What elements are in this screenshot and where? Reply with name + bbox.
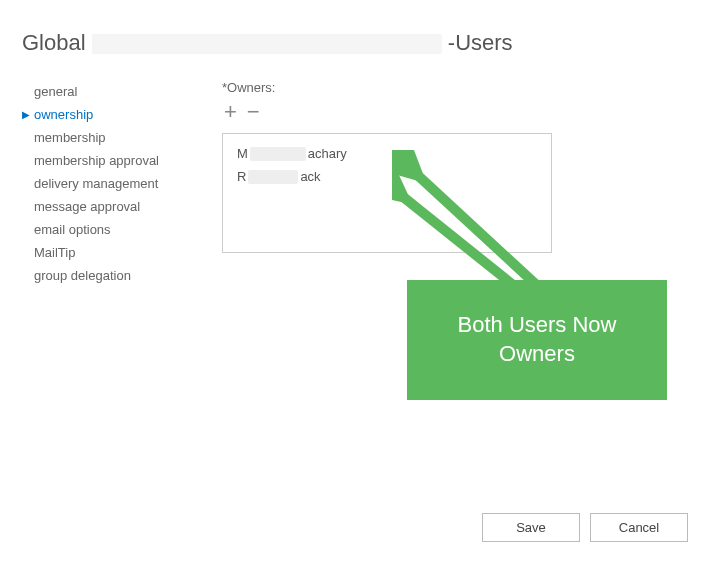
owner-name-suffix: achary [308,146,347,161]
owner-name-prefix: R [237,169,246,184]
title-suffix: -Users [448,30,513,55]
caret-right-icon: ▶ [22,109,34,120]
owner-name-redacted [250,147,306,161]
sidebar-item-email-options[interactable]: email options [22,218,202,241]
sidebar-item-general[interactable]: general [22,80,202,103]
sidebar-item-mailtip[interactable]: MailTip [22,241,202,264]
sidebar-item-label: ownership [34,107,93,122]
sidebar-item-label: delivery management [34,176,158,191]
owners-toolbar: + − [222,101,708,123]
sidebar-item-label: general [34,84,77,99]
sidebar-item-group-delegation[interactable]: group delegation [22,264,202,287]
sidebar-item-label: MailTip [34,245,75,260]
owners-listbox[interactable]: M achary R ack [222,133,552,253]
sidebar-item-label: membership approval [34,153,159,168]
owner-name-suffix: ack [300,169,320,184]
callout-text: Both Users Now Owners [427,311,647,368]
title-prefix: Global [22,30,86,55]
sidebar: general ▶ ownership membership membershi… [22,80,202,287]
sidebar-item-label: membership [34,130,106,145]
remove-icon[interactable]: − [247,101,260,123]
owner-row[interactable]: R ack [237,169,537,184]
main-panel: *Owners: + − M achary R ack [202,80,708,287]
sidebar-item-membership[interactable]: membership [22,126,202,149]
annotation-callout: Both Users Now Owners [407,280,667,400]
owner-name-prefix: M [237,146,248,161]
sidebar-item-message-approval[interactable]: message approval [22,195,202,218]
add-icon[interactable]: + [224,101,237,123]
save-button[interactable]: Save [482,513,580,542]
cancel-button[interactable]: Cancel [590,513,688,542]
page-title: Global -Users [0,0,708,56]
sidebar-item-label: email options [34,222,111,237]
footer: Save Cancel [482,513,688,542]
sidebar-item-ownership[interactable]: ▶ ownership [22,103,202,126]
sidebar-item-label: group delegation [34,268,131,283]
sidebar-item-delivery-management[interactable]: delivery management [22,172,202,195]
sidebar-item-label: message approval [34,199,140,214]
sidebar-item-membership-approval[interactable]: membership approval [22,149,202,172]
owners-label: *Owners: [222,80,708,95]
title-redacted [92,34,442,54]
owner-name-redacted [248,170,298,184]
owner-row[interactable]: M achary [237,146,537,161]
